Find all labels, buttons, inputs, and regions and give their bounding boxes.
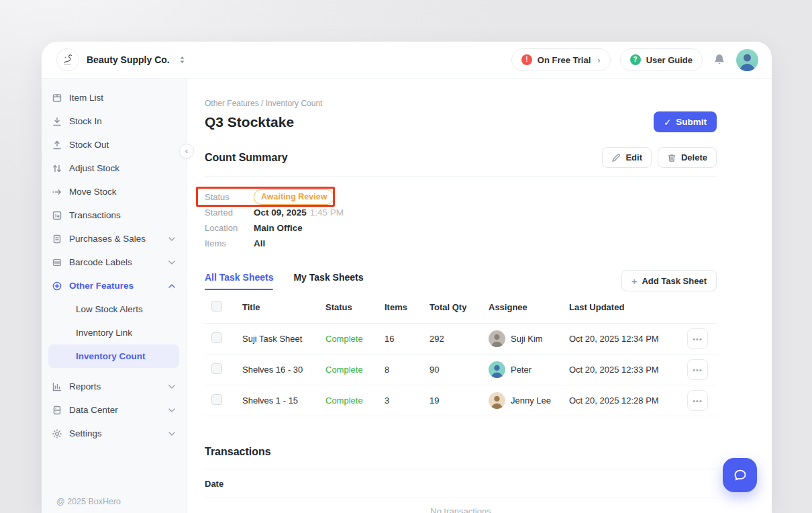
sidebar-item-reports[interactable]: Reports (42, 375, 186, 398)
column-header-last-updated: Last Updated (561, 302, 687, 312)
last-updated: Oct 20, 2025 12:34 PM (561, 334, 687, 344)
total-qty: 19 (421, 395, 480, 406)
avatar-person-icon (736, 49, 758, 71)
sidebar-item-data-center[interactable]: Data Center (42, 398, 186, 422)
row-menu-button[interactable]: ••• (687, 390, 708, 411)
sidebar-item-label: Data Center (69, 405, 118, 415)
status-row: Status Awaiting Review (205, 189, 717, 205)
status-value: Complete (317, 365, 376, 375)
transactions-title: Transactions (205, 446, 717, 458)
tab-all-task-sheets[interactable]: All Task Sheets (205, 272, 273, 289)
chevron-down-icon (168, 261, 175, 265)
started-date: Oct 09, 2025 (254, 207, 307, 218)
items-row: Items All (205, 236, 717, 251)
sidebar-item-barcode-labels[interactable]: Barcode Labels (42, 250, 186, 274)
sidebar-item-label: Barcode Labels (69, 257, 132, 267)
sidebar-item-label: Adjust Stock (69, 163, 119, 173)
delete-button[interactable]: Delete (658, 147, 717, 168)
sidebar-item-low-stock-alerts[interactable]: Low Stock Alerts (48, 297, 179, 321)
sidebar-item-label: Item List (69, 93, 103, 103)
table-row[interactable]: Shelves 16 - 30 Complete 8 90 Peter Oct … (205, 355, 717, 385)
chevron-down-icon (168, 408, 175, 412)
trial-alert-icon: ! (521, 54, 532, 65)
edit-label: Edit (625, 152, 642, 162)
sidebar: ‹ Item List Stock In Stock Out Adjust St… (42, 79, 187, 513)
sidebar-item-stock-in[interactable]: Stock In (42, 109, 186, 133)
arrow-down-icon (51, 115, 62, 127)
table-row[interactable]: Shelves 1 - 15 Complete 3 19 Jenny Lee O… (205, 385, 717, 416)
sidebar-item-label: Settings (69, 428, 102, 438)
user-guide-label: User Guide (646, 55, 693, 65)
started-label: Started (205, 207, 254, 218)
top-bar: Beauty Supply Co. ! On Free Trial › ? Us… (42, 42, 772, 79)
notifications-bell-icon[interactable] (712, 52, 727, 67)
assignee-name: Suji Kim (511, 334, 543, 344)
sidebar-item-item-list[interactable]: Item List (42, 86, 186, 109)
sidebar-item-label: Move Stock (69, 187, 117, 197)
sidebar-item-label: Inventory Link (76, 328, 132, 338)
select-all-checkbox[interactable] (211, 301, 222, 312)
sidebar-item-transactions[interactable]: Transactions (42, 203, 186, 227)
sidebar-item-adjust-stock[interactable]: Adjust Stock (42, 156, 186, 180)
tab-my-task-sheets[interactable]: My Task Sheets (293, 272, 363, 289)
row-checkbox[interactable] (211, 394, 222, 405)
items-value: All (254, 238, 265, 248)
plus-circle-icon (51, 280, 62, 291)
arrow-right-dotted-icon (51, 186, 62, 197)
location-row: Location Main Office (205, 220, 717, 236)
sidebar-collapse-button[interactable]: ‹ (179, 144, 194, 158)
user-guide-button[interactable]: ? User Guide (620, 48, 703, 71)
last-updated: Oct 20, 2025 12:28 PM (561, 395, 687, 406)
status-value: Complete (317, 395, 376, 406)
edit-button[interactable]: Edit (602, 147, 652, 168)
company-logo[interactable] (56, 48, 79, 71)
chevron-up-icon (168, 284, 175, 288)
chat-widget-button[interactable] (723, 458, 757, 492)
sidebar-item-label: Stock Out (69, 140, 109, 150)
plus-icon: + (631, 275, 638, 287)
column-header-status: Status (317, 302, 376, 312)
breadcrumb: Other Features / Inventory Count (205, 99, 717, 108)
table-row[interactable]: Suji Task Sheet Complete 16 292 Suji Kim… (205, 324, 717, 355)
started-time: 1:45 PM (310, 207, 344, 218)
trash-icon (667, 153, 676, 162)
bar-chart-icon (51, 381, 62, 392)
count-summary: Status Awaiting Review Started Oct 09, 2… (205, 189, 717, 251)
chevron-down-icon (168, 237, 175, 241)
sidebar-item-purchases-sales[interactable]: Purchases & Sales (42, 227, 186, 250)
sidebar-item-inventory-link[interactable]: Inventory Link (48, 321, 179, 344)
chevron-right-icon: › (597, 55, 600, 65)
company-name: Beauty Supply Co. (87, 54, 170, 65)
sidebar-item-other-features[interactable]: Other Features (42, 274, 186, 297)
company-switcher-icon[interactable] (179, 56, 185, 64)
total-qty: 292 (421, 334, 480, 344)
sidebar-item-inventory-count[interactable]: Inventory Count (48, 344, 179, 368)
assignee-name: Jenny Lee (511, 395, 551, 406)
items-count: 3 (376, 395, 421, 406)
last-updated: Oct 20, 2025 12:33 PM (561, 365, 687, 375)
chevron-down-icon (168, 432, 175, 436)
row-checkbox[interactable] (211, 363, 222, 374)
items-count: 16 (376, 334, 421, 344)
add-task-sheet-button[interactable]: + Add Task Sheet (621, 270, 717, 291)
arrows-up-down-icon (51, 162, 62, 174)
transactions-date-header: Date (205, 469, 717, 498)
user-avatar[interactable] (736, 49, 758, 71)
submit-button[interactable]: ✓ Submit (654, 111, 717, 132)
transactions-icon (51, 209, 62, 221)
row-menu-button[interactable]: ••• (687, 328, 708, 349)
app-window: Beauty Supply Co. ! On Free Trial › ? Us… (42, 42, 772, 513)
row-menu-button[interactable]: ••• (687, 359, 708, 380)
trial-label: On Free Trial (538, 55, 591, 65)
sidebar-item-label: Purchases & Sales (69, 234, 146, 244)
free-trial-button[interactable]: ! On Free Trial › (511, 48, 611, 71)
sidebar-item-move-stock[interactable]: Move Stock (42, 180, 186, 203)
chevron-down-icon (168, 385, 175, 389)
total-qty: 90 (421, 365, 480, 375)
location-label: Location (205, 223, 254, 233)
sidebar-item-stock-out[interactable]: Stock Out (42, 133, 186, 156)
row-checkbox[interactable] (211, 332, 222, 343)
sidebar-item-settings[interactable]: Settings (42, 422, 186, 445)
transactions-empty-text: No transactions (205, 506, 717, 513)
items-label: Items (205, 238, 254, 248)
